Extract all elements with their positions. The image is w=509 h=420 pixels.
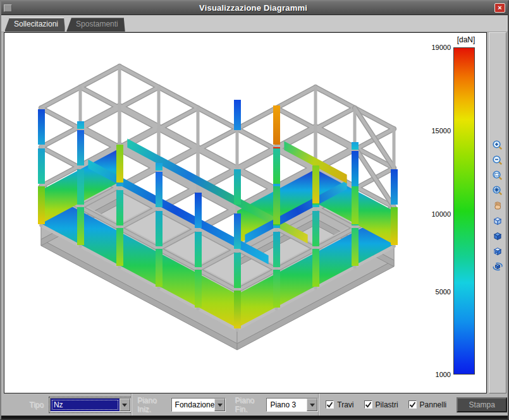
zoom-out-icon[interactable] xyxy=(491,154,504,167)
checked-checkbox-icon[interactable] xyxy=(326,400,334,409)
main-content: [daN] 19000 15000 10000 5000 1000 xyxy=(1,32,508,393)
bottom-control-bar: Tipo Nz Piano Iniz. Fondazione Piano Fin… xyxy=(1,393,508,416)
dialog-window: Visualizzazione Diagrammi × Sollecitazio… xyxy=(0,0,509,420)
view-cube-wire-icon[interactable] xyxy=(491,215,504,227)
zoom-window-icon[interactable] xyxy=(491,169,504,182)
rotate-3d-icon[interactable] xyxy=(491,260,504,273)
checked-checkbox-icon[interactable] xyxy=(364,400,372,409)
travi-checkbox-label: Travi xyxy=(337,400,353,409)
chevron-down-icon[interactable] xyxy=(214,399,225,411)
title-bar: Visualizzazione Diagrammi × xyxy=(1,1,508,15)
pilastri-checkbox-item[interactable]: Pilastri xyxy=(364,400,398,409)
window-system-icon[interactable] xyxy=(4,4,12,12)
piano-iniz-label: Piano Iniz. xyxy=(137,396,166,414)
tab-sollecitazioni[interactable]: Sollecitazioni xyxy=(4,18,65,32)
colorbar-tick: 15000 xyxy=(420,127,451,135)
piano-fin-label: Piano Fin. xyxy=(235,396,262,414)
piano-iniz-combobox-value: Fondazione xyxy=(172,399,215,411)
zoom-in-icon[interactable] xyxy=(491,139,504,152)
pannelli-checkbox-label: Pannelli xyxy=(420,400,447,409)
tab-strip: Sollecitazioni Spostamenti xyxy=(1,15,508,32)
window-title: Visualizzazione Diagrammi xyxy=(12,3,494,13)
colorbar-tick: 5000 xyxy=(420,288,451,296)
piano-fin-combobox-value: Piano 3 xyxy=(267,399,307,411)
tipo-combobox-value: Nz xyxy=(51,399,120,411)
view-toolbar xyxy=(489,32,506,393)
colorbar-tick: 10000 xyxy=(420,210,451,218)
chevron-down-icon[interactable] xyxy=(307,399,317,411)
view-cube-face-icon[interactable] xyxy=(491,245,504,258)
tipo-label: Tipo xyxy=(29,400,44,409)
colorbar-tick: 1000 xyxy=(420,371,451,378)
window-bottom-edge xyxy=(1,416,508,419)
close-icon[interactable]: × xyxy=(494,3,505,13)
pan-hand-icon[interactable] xyxy=(491,200,504,212)
color-scale xyxy=(453,47,475,375)
pannelli-checkbox-item[interactable]: Pannelli xyxy=(408,400,447,409)
tipo-combobox[interactable]: Nz xyxy=(50,398,131,412)
colorbar-tick: 19000 xyxy=(420,44,451,51)
chevron-down-icon[interactable] xyxy=(120,399,130,411)
model-viewport[interactable]: [daN] 19000 15000 10000 5000 1000 xyxy=(4,32,487,393)
structure-3d-model[interactable] xyxy=(4,33,486,393)
colorbar-unit-label: [daN] xyxy=(450,35,482,44)
piano-fin-combobox[interactable]: Piano 3 xyxy=(266,398,318,412)
tab-spostamenti[interactable]: Spostamenti xyxy=(66,18,125,32)
zoom-extents-icon[interactable] xyxy=(491,184,504,197)
pilastri-checkbox-label: Pilastri xyxy=(376,400,398,409)
checked-checkbox-icon[interactable] xyxy=(408,400,417,409)
view-cube-solid-icon[interactable] xyxy=(491,230,504,243)
piano-iniz-combobox[interactable]: Fondazione xyxy=(171,398,226,412)
travi-checkbox-item[interactable]: Travi xyxy=(326,400,353,409)
stampa-button[interactable]: Stampa xyxy=(457,397,507,412)
